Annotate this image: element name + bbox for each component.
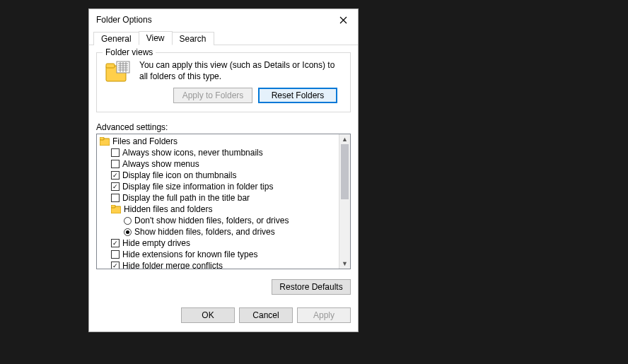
group-hidden-files: Hidden files and folders — [98, 204, 337, 215]
option-label: Hide folder merge conflicts — [122, 261, 223, 269]
scrollbar-thumb[interactable] — [341, 144, 349, 199]
option-label: Show hidden files, folders, and drives — [134, 227, 275, 237]
opt-always-icons[interactable]: Always show icons, never thumbnails — [98, 147, 337, 158]
folder-views-legend: Folder views — [103, 47, 156, 57]
ok-button[interactable]: OK — [181, 307, 235, 323]
radio-icon — [124, 217, 132, 225]
checkbox-icon: ✓ — [111, 262, 120, 269]
checkbox-icon: ✓ — [111, 182, 120, 191]
folder-views-text: You can apply this view (such as Details… — [139, 60, 343, 82]
option-label: Display the full path in the title bar — [122, 193, 250, 203]
group-label: Hidden files and folders — [124, 204, 212, 214]
checkbox-icon: ✓ — [111, 171, 120, 180]
tab-general[interactable]: General — [93, 32, 139, 45]
titlebar: Folder Options — [89, 9, 358, 30]
advanced-settings-list: Files and Folders Always show icons, nev… — [96, 134, 351, 269]
folder-icon — [100, 137, 110, 146]
opt-hide-empty-drives[interactable]: ✓ Hide empty drives — [98, 237, 337, 249]
opt-dont-show-hidden[interactable]: Don't show hidden files, folders, or dri… — [98, 215, 337, 226]
opt-hide-extensions[interactable]: Hide extensions for known file types — [98, 249, 337, 260]
folder-views-icon — [104, 60, 132, 86]
radio-icon — [124, 228, 132, 236]
opt-show-hidden[interactable]: Show hidden files, folders, and drives — [98, 226, 337, 237]
scroll-down-icon[interactable]: ▼ — [339, 259, 350, 269]
reset-folders-button[interactable]: Reset Folders — [258, 88, 337, 103]
opt-always-menus[interactable]: Always show menus — [98, 158, 337, 170]
restore-defaults-button[interactable]: Restore Defaults — [272, 279, 351, 295]
close-button[interactable] — [334, 13, 352, 26]
folder-views-group: Folder views You can apply this view (su… — [96, 52, 351, 112]
option-label: Display file size information in folder … — [122, 182, 273, 192]
close-icon — [339, 16, 347, 24]
svg-rect-13 — [111, 205, 115, 208]
checkbox-icon — [111, 250, 120, 259]
scroll-up-icon[interactable]: ▲ — [339, 134, 350, 144]
apply-to-folders-button: Apply to Folders — [173, 88, 252, 103]
group-files-and-folders: Files and Folders — [98, 136, 337, 147]
svg-rect-1 — [106, 64, 115, 68]
checkbox-icon — [111, 148, 120, 157]
opt-display-file-size[interactable]: ✓ Display file size information in folde… — [98, 181, 337, 192]
list-scrollbar[interactable]: ▲ ▼ — [339, 134, 350, 269]
option-label: Always show menus — [122, 159, 199, 169]
advanced-settings-label: Advanced settings: — [96, 122, 351, 132]
folder-icon — [111, 205, 121, 213]
option-label: Display file icon on thumbnails — [122, 170, 236, 180]
checkbox-icon — [111, 194, 120, 202]
tab-content: Folder views You can apply this view (su… — [89, 45, 358, 302]
dialog-footer: OK Cancel Apply — [89, 302, 358, 331]
svg-rect-11 — [100, 137, 104, 140]
tab-search[interactable]: Search — [172, 32, 214, 45]
window-title: Folder Options — [96, 15, 152, 25]
group-label: Files and Folders — [112, 136, 178, 146]
folder-options-dialog: Folder Options General View Search Folde… — [88, 8, 359, 332]
tab-strip: General View Search — [89, 30, 358, 45]
checkbox-icon: ✓ — [111, 239, 120, 247]
option-label: Always show icons, never thumbnails — [122, 148, 263, 158]
opt-hide-merge-conflicts[interactable]: ✓ Hide folder merge conflicts — [98, 260, 337, 269]
cancel-button[interactable]: Cancel — [239, 307, 293, 323]
checkbox-icon — [111, 160, 120, 168]
opt-display-icon-thumb[interactable]: ✓ Display file icon on thumbnails — [98, 170, 337, 181]
option-label: Don't show hidden files, folders, or dri… — [134, 216, 289, 225]
tab-view[interactable]: View — [139, 31, 173, 45]
option-label: Hide extensions for known file types — [122, 249, 257, 259]
apply-button: Apply — [297, 307, 351, 323]
opt-display-full-path[interactable]: Display the full path in the title bar — [98, 192, 337, 204]
option-label: Hide empty drives — [122, 238, 190, 248]
